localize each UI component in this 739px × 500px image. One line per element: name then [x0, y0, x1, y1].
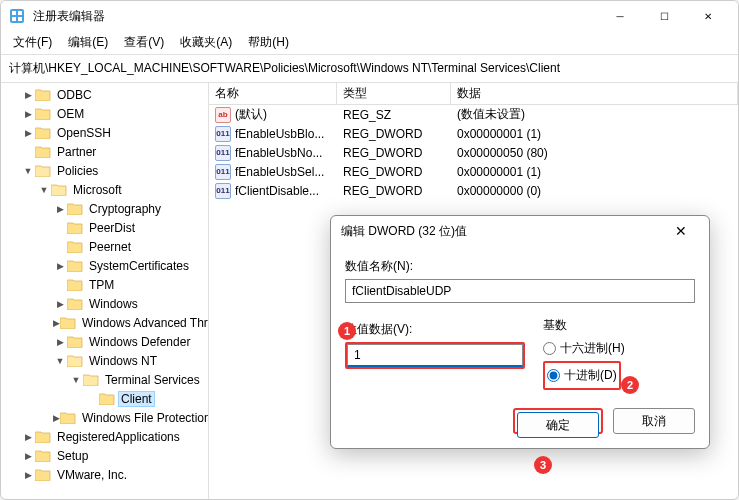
cancel-button[interactable]: 取消 [613, 408, 695, 434]
menu-favorites[interactable]: 收藏夹(A) [172, 32, 240, 53]
expand-arrow-icon[interactable]: ▶ [21, 90, 35, 100]
col-header-type[interactable]: 类型 [337, 83, 451, 104]
value-data: 0x00000001 (1) [451, 165, 738, 179]
folder-icon [67, 202, 83, 216]
binary-value-icon: 011 [215, 183, 231, 199]
tree-item[interactable]: ▶Windows Advanced Threat Protection [1, 313, 208, 332]
tree-item[interactable]: ▶OpenSSH [1, 123, 208, 142]
radio-hex-input[interactable] [543, 342, 556, 355]
tree-item-label: Setup [55, 449, 90, 463]
base-label: 基数 [543, 317, 695, 334]
menu-view[interactable]: 查看(V) [116, 32, 172, 53]
value-name: fClientDisable... [235, 184, 319, 198]
address-text: 计算机\HKEY_LOCAL_MACHINE\SOFTWARE\Policies… [9, 60, 560, 77]
expand-arrow-icon[interactable]: ▼ [21, 166, 35, 176]
tree-item-label: Partner [55, 145, 98, 159]
window-title: 注册表编辑器 [33, 8, 598, 25]
ok-button[interactable]: 确定 [517, 412, 599, 438]
tree-item-label: Microsoft [71, 183, 124, 197]
binary-value-icon: 011 [215, 145, 231, 161]
list-row[interactable]: 011fClientDisable...REG_DWORD0x00000000 … [209, 181, 738, 200]
base-fieldset: 基数 十六进制(H) 十进制(D) [543, 317, 695, 390]
tree-item-label: TPM [87, 278, 116, 292]
value-name-field[interactable] [345, 279, 695, 303]
tree-item[interactable]: ▶OEM [1, 104, 208, 123]
tree-item[interactable]: ▼Windows NT [1, 351, 208, 370]
expand-arrow-icon[interactable]: ▶ [53, 299, 67, 309]
value-data-field[interactable] [347, 344, 523, 367]
menu-help[interactable]: 帮助(H) [240, 32, 297, 53]
string-value-icon: ab [215, 107, 231, 123]
binary-value-icon: 011 [215, 164, 231, 180]
tree-item-label: VMware, Inc. [55, 468, 129, 482]
list-row[interactable]: 011fEnableUsbBlo...REG_DWORD0x00000001 (… [209, 124, 738, 143]
value-data-label: 数值数据(V): [345, 321, 525, 338]
tree-item-label: Terminal Services [103, 373, 202, 387]
radio-dec[interactable]: 十进制(D) [547, 367, 617, 384]
expand-arrow-icon[interactable]: ▶ [53, 261, 67, 271]
radio-dec-input[interactable] [547, 369, 560, 382]
close-button[interactable]: ✕ [686, 2, 730, 30]
maximize-button[interactable]: ☐ [642, 2, 686, 30]
expand-arrow-icon[interactable]: ▶ [21, 109, 35, 119]
tree-item-label: Cryptography [87, 202, 163, 216]
tree-item[interactable]: Peernet [1, 237, 208, 256]
tree-item[interactable]: ▶Windows [1, 294, 208, 313]
expand-arrow-icon[interactable]: ▶ [21, 128, 35, 138]
expand-arrow-icon[interactable]: ▼ [53, 356, 67, 366]
expand-arrow-icon[interactable]: ▼ [37, 185, 51, 195]
col-header-name[interactable]: 名称 [209, 83, 337, 104]
expand-arrow-icon[interactable]: ▶ [21, 432, 35, 442]
folder-icon [35, 164, 51, 178]
tree-item[interactable]: ▼Policies [1, 161, 208, 180]
tree-item[interactable]: PeerDist [1, 218, 208, 237]
annotation-box-2: 十进制(D) [543, 361, 621, 390]
tree-item[interactable]: ▶Setup [1, 446, 208, 465]
tree-item[interactable]: ▶Windows File Protection [1, 408, 208, 427]
expand-arrow-icon[interactable]: ▼ [69, 375, 83, 385]
svg-rect-2 [18, 11, 22, 15]
tree-view[interactable]: ▶ODBC▶OEM▶OpenSSHPartner▼Policies▼Micros… [1, 83, 209, 499]
radio-hex[interactable]: 十六进制(H) [543, 340, 695, 357]
list-row[interactable]: 011fEnableUsbNo...REG_DWORD0x00000050 (8… [209, 143, 738, 162]
folder-icon [35, 145, 51, 159]
col-header-data[interactable]: 数据 [451, 83, 738, 104]
expand-arrow-icon[interactable]: ▶ [53, 318, 60, 328]
expand-arrow-icon[interactable]: ▶ [21, 451, 35, 461]
expand-arrow-icon[interactable]: ▶ [53, 204, 67, 214]
tree-item-label: Windows File Protection [80, 411, 209, 425]
value-name: fEnableUsbBlo... [235, 127, 324, 141]
tree-item[interactable]: ▼Terminal Services [1, 370, 208, 389]
tree-item-label: Policies [55, 164, 100, 178]
tree-item[interactable]: ▶SystemCertificates [1, 256, 208, 275]
tree-item-label: OEM [55, 107, 86, 121]
tree-item[interactable]: ▶RegisteredApplications [1, 427, 208, 446]
folder-icon [67, 240, 83, 254]
menu-file[interactable]: 文件(F) [5, 32, 60, 53]
folder-icon [35, 107, 51, 121]
tree-item[interactable]: ▶Cryptography [1, 199, 208, 218]
tree-item[interactable]: Client [1, 389, 208, 408]
app-icon [9, 8, 25, 24]
tree-item[interactable]: ▶ODBC [1, 85, 208, 104]
value-type: REG_DWORD [337, 127, 451, 141]
value-type: REG_SZ [337, 108, 451, 122]
expand-arrow-icon[interactable]: ▶ [53, 413, 60, 423]
folder-icon [35, 126, 51, 140]
menubar: 文件(F) 编辑(E) 查看(V) 收藏夹(A) 帮助(H) [1, 31, 738, 55]
minimize-button[interactable]: ─ [598, 2, 642, 30]
list-row[interactable]: ab(默认)REG_SZ(数值未设置) [209, 105, 738, 124]
expand-arrow-icon[interactable]: ▶ [21, 470, 35, 480]
address-bar[interactable]: 计算机\HKEY_LOCAL_MACHINE\SOFTWARE\Policies… [1, 55, 738, 83]
tree-item[interactable]: Partner [1, 142, 208, 161]
dialog-close-button[interactable]: ✕ [663, 223, 699, 239]
tree-item[interactable]: ▶Windows Defender [1, 332, 208, 351]
expand-arrow-icon[interactable]: ▶ [53, 337, 67, 347]
menu-edit[interactable]: 编辑(E) [60, 32, 116, 53]
tree-item[interactable]: ▼Microsoft [1, 180, 208, 199]
tree-item[interactable]: TPM [1, 275, 208, 294]
list-row[interactable]: 011fEnableUsbSel...REG_DWORD0x00000001 (… [209, 162, 738, 181]
tree-item[interactable]: ▶VMware, Inc. [1, 465, 208, 484]
folder-icon [60, 316, 76, 330]
list-header: 名称 类型 数据 [209, 83, 738, 105]
